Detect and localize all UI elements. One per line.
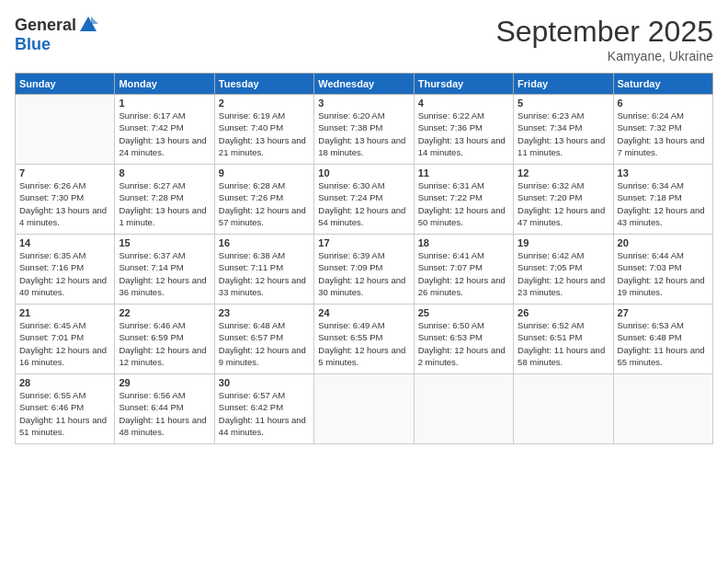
daylight-text: Daylight: 13 hours and 14 minutes. [418,135,506,157]
sunrise-text: Sunrise: 6:31 AM [418,180,484,190]
day-number: 27 [618,307,709,318]
sunrise-text: Sunrise: 6:30 AM [318,180,384,190]
table-row: 16Sunrise: 6:38 AMSunset: 7:11 PMDayligh… [214,235,313,304]
table-row: 1Sunrise: 6:17 AMSunset: 7:42 PMDaylight… [115,95,214,165]
sunrise-text: Sunrise: 6:45 AM [19,320,85,330]
daylight-text: Daylight: 12 hours and 23 minutes. [518,275,605,297]
day-number: 13 [618,167,709,178]
daylight-text: Daylight: 12 hours and 47 minutes. [518,205,605,227]
table-row: 12Sunrise: 6:32 AMSunset: 7:20 PMDayligh… [514,165,613,235]
sunrise-text: Sunrise: 6:50 AM [418,320,484,330]
daylight-text: Daylight: 11 hours and 44 minutes. [219,415,306,437]
table-row: 21Sunrise: 6:45 AMSunset: 7:01 PMDayligh… [16,304,115,374]
table-row: 9Sunrise: 6:28 AMSunset: 7:26 PMDaylight… [214,165,313,235]
col-wednesday: Wednesday [314,74,414,95]
logo-blue-text: Blue [15,35,51,54]
sunset-text: Sunset: 7:22 PM [418,192,483,202]
calendar-table: Sunday Monday Tuesday Wednesday Thursday… [15,73,713,444]
day-number: 11 [418,167,509,178]
day-number: 14 [19,237,110,248]
sunset-text: Sunset: 7:11 PM [219,262,283,272]
sunrise-text: Sunrise: 6:23 AM [518,110,584,121]
sunset-text: Sunset: 6:42 PM [219,402,283,412]
day-number: 22 [119,307,210,318]
sunrise-text: Sunrise: 6:49 AM [318,320,384,330]
daylight-text: Daylight: 13 hours and 11 minutes. [518,135,605,157]
daylight-text: Daylight: 12 hours and 5 minutes. [318,345,405,367]
sunrise-text: Sunrise: 6:17 AM [119,110,185,121]
sunrise-text: Sunrise: 6:57 AM [219,390,285,400]
day-number: 29 [119,377,210,388]
sunset-text: Sunset: 7:09 PM [318,262,382,272]
sunset-text: Sunset: 6:55 PM [318,332,382,342]
day-number: 6 [618,98,709,109]
sunset-text: Sunset: 7:26 PM [219,192,283,202]
day-number: 26 [518,307,609,318]
sunrise-text: Sunrise: 6:34 AM [618,180,684,190]
sunset-text: Sunset: 6:44 PM [119,402,183,412]
sunrise-text: Sunrise: 6:52 AM [518,320,584,330]
logo: General Blue [15,15,98,54]
day-info: Sunrise: 6:30 AMSunset: 7:24 PMDaylight:… [318,179,409,228]
sunset-text: Sunset: 7:36 PM [418,122,483,132]
day-info: Sunrise: 6:45 AMSunset: 7:01 PMDaylight:… [19,319,110,368]
daylight-text: Daylight: 12 hours and 54 minutes. [318,205,405,227]
table-row: 7Sunrise: 6:26 AMSunset: 7:30 PMDaylight… [16,165,115,235]
sunrise-text: Sunrise: 6:42 AM [518,250,584,260]
sunset-text: Sunset: 7:07 PM [418,262,483,272]
calendar-week-row: 21Sunrise: 6:45 AMSunset: 7:01 PMDayligh… [16,304,713,374]
logo-icon [78,15,98,35]
table-row: 8Sunrise: 6:27 AMSunset: 7:28 PMDaylight… [115,165,214,235]
day-info: Sunrise: 6:31 AMSunset: 7:22 PMDaylight:… [418,179,509,228]
sunrise-text: Sunrise: 6:20 AM [318,110,384,121]
sunset-text: Sunset: 7:30 PM [19,192,84,202]
day-number: 9 [219,167,310,178]
daylight-text: Daylight: 12 hours and 57 minutes. [219,205,306,227]
calendar-week-row: 7Sunrise: 6:26 AMSunset: 7:30 PMDaylight… [16,165,713,235]
sunset-text: Sunset: 6:51 PM [518,332,582,342]
sunrise-text: Sunrise: 6:19 AM [219,110,285,121]
daylight-text: Daylight: 13 hours and 18 minutes. [318,135,405,157]
title-block: September 2025 Kamyane, Ukraine [495,15,713,63]
sunrise-text: Sunrise: 6:38 AM [219,250,285,260]
day-number: 16 [219,237,310,248]
table-row: 24Sunrise: 6:49 AMSunset: 6:55 PMDayligh… [314,304,414,374]
svg-marker-1 [91,17,98,24]
day-info: Sunrise: 6:48 AMSunset: 6:57 PMDaylight:… [219,319,310,368]
day-info: Sunrise: 6:28 AMSunset: 7:26 PMDaylight:… [219,179,310,228]
table-row [514,374,613,444]
col-tuesday: Tuesday [214,74,313,95]
day-info: Sunrise: 6:23 AMSunset: 7:34 PMDaylight:… [518,109,609,158]
sunset-text: Sunset: 6:48 PM [618,332,682,342]
table-row: 17Sunrise: 6:39 AMSunset: 7:09 PMDayligh… [314,235,414,304]
col-sunday: Sunday [16,74,115,95]
day-info: Sunrise: 6:44 AMSunset: 7:03 PMDaylight:… [618,249,709,298]
sunset-text: Sunset: 7:20 PM [518,192,582,202]
table-row: 18Sunrise: 6:41 AMSunset: 7:07 PMDayligh… [414,235,513,304]
day-number: 20 [618,237,709,248]
col-thursday: Thursday [414,74,513,95]
logo-general-text: General [15,16,76,35]
day-number: 19 [518,237,609,248]
day-info: Sunrise: 6:22 AMSunset: 7:36 PMDaylight:… [418,109,509,158]
day-info: Sunrise: 6:39 AMSunset: 7:09 PMDaylight:… [318,249,409,298]
day-info: Sunrise: 6:57 AMSunset: 6:42 PMDaylight:… [219,389,310,438]
day-info: Sunrise: 6:50 AMSunset: 6:53 PMDaylight:… [418,319,509,368]
sunset-text: Sunset: 7:05 PM [518,262,582,272]
day-number: 28 [19,377,110,388]
daylight-text: Daylight: 12 hours and 26 minutes. [418,275,506,297]
sunrise-text: Sunrise: 6:46 AM [119,320,185,330]
sunset-text: Sunset: 7:16 PM [19,262,84,272]
day-info: Sunrise: 6:19 AMSunset: 7:40 PMDaylight:… [219,109,310,158]
table-row: 25Sunrise: 6:50 AMSunset: 6:53 PMDayligh… [414,304,513,374]
sunset-text: Sunset: 6:53 PM [418,332,483,342]
daylight-text: Daylight: 13 hours and 7 minutes. [618,135,705,157]
daylight-text: Daylight: 13 hours and 24 minutes. [119,135,206,157]
day-info: Sunrise: 6:49 AMSunset: 6:55 PMDaylight:… [318,319,409,368]
daylight-text: Daylight: 13 hours and 4 minutes. [19,205,107,227]
sunset-text: Sunset: 6:59 PM [119,332,183,342]
calendar-week-row: 28Sunrise: 6:55 AMSunset: 6:46 PMDayligh… [16,374,713,444]
daylight-text: Daylight: 11 hours and 51 minutes. [19,415,107,437]
sunset-text: Sunset: 7:40 PM [219,122,283,132]
sunset-text: Sunset: 7:32 PM [618,122,682,132]
